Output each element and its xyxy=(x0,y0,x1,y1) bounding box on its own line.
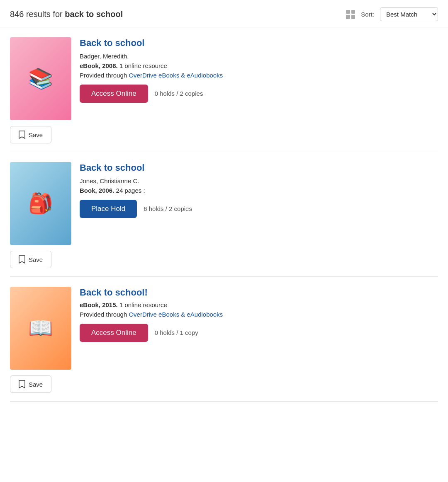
book-title-3[interactable]: Back to school! xyxy=(80,287,438,299)
sort-label: Sort: xyxy=(361,11,374,18)
book-meta-bold-1: eBook, 2008. xyxy=(80,62,118,69)
save-section-3: Save xyxy=(10,375,438,393)
provider-link-1[interactable]: OverDrive eBooks & eAudiobooks xyxy=(129,72,223,79)
save-button-1[interactable]: Save xyxy=(10,126,51,143)
book-title-1[interactable]: Back to school xyxy=(80,37,438,49)
holds-info-1: 0 holds / 2 copies xyxy=(155,90,203,97)
table-row: Back to school Badger, Meredith. eBook, … xyxy=(10,27,438,152)
holds-info-3: 0 holds / 1 copy xyxy=(155,329,198,336)
book-author-2: Jones, Christianne C. xyxy=(80,177,438,184)
book-cover-1 xyxy=(10,37,71,120)
table-row: Back to school! eBook, 2015. 1 online re… xyxy=(10,277,438,402)
save-label-1: Save xyxy=(29,131,43,138)
access-online-button-3[interactable]: Access Online xyxy=(80,324,148,342)
save-label-2: Save xyxy=(29,256,43,263)
save-button-2[interactable]: Save xyxy=(10,251,51,268)
book-cover-2 xyxy=(10,162,71,245)
book-provider-3: Provided through OverDrive eBooks & eAud… xyxy=(80,311,438,318)
search-query-bold: back to school xyxy=(65,10,123,19)
save-label-3: Save xyxy=(29,381,43,388)
bookmark-icon-2 xyxy=(19,255,25,264)
book-provider-1: Provided through OverDrive eBooks & eAud… xyxy=(80,72,438,79)
save-section-1: Save xyxy=(10,126,438,143)
sort-select[interactable]: Best Match Title Author Date xyxy=(380,7,438,21)
book-meta-3: eBook, 2015. 1 online resource xyxy=(80,301,438,308)
book-meta-2: Book, 2006. 24 pages : xyxy=(80,187,438,194)
book-actions-3: Access Online 0 holds / 1 copy xyxy=(80,324,438,342)
book-actions-1: Access Online 0 holds / 2 copies xyxy=(80,85,438,103)
results-count-text: 846 results for back to school xyxy=(10,10,123,19)
book-meta-extra-3: 1 online resource xyxy=(119,301,167,308)
search-results-header: 846 results for back to school Sort: Bes… xyxy=(0,0,448,27)
book-author-1: Badger, Meredith. xyxy=(80,53,438,60)
access-online-button-1[interactable]: Access Online xyxy=(80,85,148,103)
header-controls: Sort: Best Match Title Author Date xyxy=(346,7,438,21)
result-main-1: Back to school Badger, Meredith. eBook, … xyxy=(10,37,438,120)
save-button-3[interactable]: Save xyxy=(10,375,51,393)
book-meta-bold-2: Book, 2006. xyxy=(80,187,114,194)
result-main-2: Back to school Jones, Christianne C. Boo… xyxy=(10,162,438,245)
place-hold-button-2[interactable]: Place Hold xyxy=(80,200,137,218)
results-prefix: 846 results for xyxy=(10,10,65,19)
book-cover-3 xyxy=(10,287,71,370)
bookmark-icon-3 xyxy=(19,380,25,388)
book-actions-2: Place Hold 6 holds / 2 copies xyxy=(80,200,438,218)
book-meta-extra-1: 1 online resource xyxy=(119,62,167,69)
book-info-1: Back to school Badger, Meredith. eBook, … xyxy=(80,37,438,103)
book-meta-bold-3: eBook, 2015. xyxy=(80,301,118,308)
result-main-3: Back to school! eBook, 2015. 1 online re… xyxy=(10,287,438,370)
provider-link-3[interactable]: OverDrive eBooks & eAudiobooks xyxy=(129,311,223,318)
provider-text-3: Provided through xyxy=(80,311,129,318)
book-title-2[interactable]: Back to school xyxy=(80,162,438,174)
book-info-3: Back to school! eBook, 2015. 1 online re… xyxy=(80,287,438,342)
save-section-2: Save xyxy=(10,251,438,268)
bookmark-icon-1 xyxy=(19,131,25,139)
book-meta-extra-2: 24 pages : xyxy=(116,187,145,194)
table-row: Back to school Jones, Christianne C. Boo… xyxy=(10,152,438,277)
book-meta-1: eBook, 2008. 1 online resource xyxy=(80,62,438,69)
book-info-2: Back to school Jones, Christianne C. Boo… xyxy=(80,162,438,218)
provider-text-1: Provided through xyxy=(80,72,129,79)
holds-info-2: 6 holds / 2 copies xyxy=(144,205,192,212)
results-list: Back to school Badger, Meredith. eBook, … xyxy=(0,27,448,402)
grid-view-toggle[interactable] xyxy=(346,10,355,19)
